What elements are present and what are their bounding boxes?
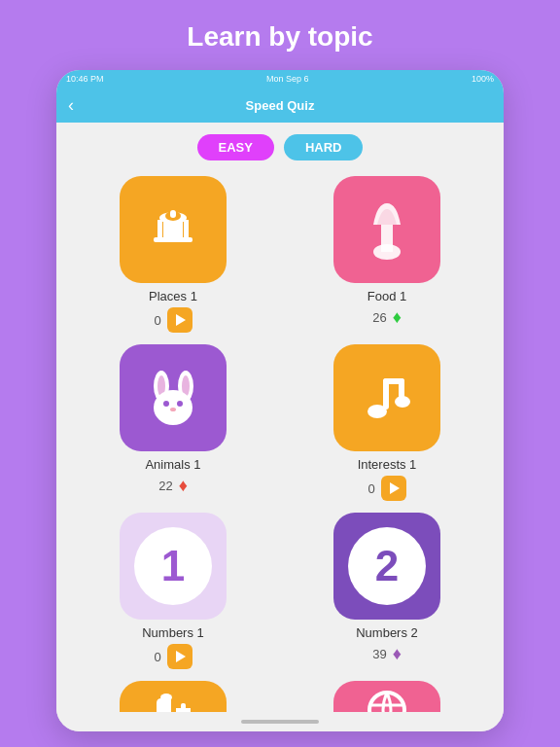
topic-score-row-food1: 26 ♦ xyxy=(372,307,402,328)
topic-item-numbers1: 1 Numbers 1 0 xyxy=(76,513,270,669)
play-btn-numbers1[interactable] xyxy=(167,644,192,669)
topic-item-numbers2: 2 Numbers 2 39 ♦ xyxy=(290,513,484,669)
nav-bar: ‹ Speed Quiz xyxy=(56,88,504,123)
hard-button[interactable]: HARD xyxy=(284,134,364,160)
topic-icon-extra2[interactable] xyxy=(333,681,440,712)
svg-rect-2 xyxy=(184,220,189,237)
topic-label-numbers1: Numbers 1 xyxy=(142,625,204,640)
play-btn-places1[interactable] xyxy=(167,307,192,333)
topic-item-food1: Food 1 26 ♦ xyxy=(290,176,484,333)
topic-score-row-numbers2: 39 ♦ xyxy=(372,644,402,664)
topic-score-row-interests1: 0 xyxy=(368,476,405,501)
svg-rect-1 xyxy=(158,220,162,237)
page-title: Learn by topic xyxy=(187,21,372,53)
topic-score-food1: 26 xyxy=(372,310,386,325)
topic-score-row-numbers1: 0 xyxy=(154,644,192,669)
svg-rect-6 xyxy=(170,210,176,218)
svg-rect-8 xyxy=(381,225,393,252)
gem-animals1: ♦ xyxy=(179,476,188,496)
back-button[interactable]: ‹ xyxy=(68,95,74,116)
svg-rect-0 xyxy=(154,237,192,242)
svg-point-16 xyxy=(170,408,176,411)
topic-item-places1: Places 1 0 xyxy=(76,176,270,333)
topic-item-extra1 xyxy=(76,681,270,712)
topic-icon-interests1[interactable] xyxy=(333,344,440,451)
topics-grid: Places 1 0 Food xyxy=(76,176,484,712)
topic-score-animals1: 22 xyxy=(158,479,172,493)
topic-label-numbers2: Numbers 2 xyxy=(356,625,418,640)
svg-rect-3 xyxy=(163,222,183,237)
bottom-bar xyxy=(56,712,504,731)
topic-item-animals1: Animals 1 22 ♦ xyxy=(76,344,270,501)
topic-item-interests1: Interests 1 0 xyxy=(290,344,484,501)
topic-score-numbers1: 0 xyxy=(154,650,160,664)
status-date: Mon Sep 6 xyxy=(266,74,309,84)
topic-icon-food1[interactable] xyxy=(333,176,440,283)
topic-label-interests1: Interests 1 xyxy=(358,457,417,472)
play-triangle-places1 xyxy=(176,314,186,326)
topic-icon-numbers1[interactable]: 1 xyxy=(120,513,227,620)
svg-rect-23 xyxy=(181,703,186,711)
difficulty-bar: EASY HARD xyxy=(56,123,504,168)
svg-point-14 xyxy=(163,401,169,407)
gem-food1: ♦ xyxy=(393,307,402,328)
topic-score-places1: 0 xyxy=(154,313,160,328)
topic-label-places1: Places 1 xyxy=(149,289,197,303)
topic-score-row-animals1: 22 ♦ xyxy=(158,476,188,496)
nav-title: Speed Quiz xyxy=(246,98,315,113)
scroll-area[interactable]: Places 1 0 Food xyxy=(56,168,504,712)
svg-point-21 xyxy=(395,396,410,408)
device-frame: 10:46 PM Mon Sep 6 100% ‹ Speed Quiz EAS… xyxy=(56,70,504,731)
status-time: 10:46 PM xyxy=(66,74,104,84)
home-indicator xyxy=(241,720,319,724)
topic-icon-extra1[interactable] xyxy=(120,681,227,712)
topic-icon-numbers2[interactable]: 2 xyxy=(333,513,440,620)
topic-icon-animals1[interactable] xyxy=(120,344,227,451)
play-btn-interests1[interactable] xyxy=(381,476,406,501)
play-triangle-interests1 xyxy=(390,482,400,494)
easy-button[interactable]: EASY xyxy=(197,134,274,160)
status-battery: 100% xyxy=(472,74,494,84)
topic-score-numbers2: 39 xyxy=(372,647,386,661)
topic-score-interests1: 0 xyxy=(368,481,374,496)
gem-numbers2: ♦ xyxy=(393,644,402,664)
topic-score-row-places1: 0 xyxy=(154,307,192,333)
status-bar: 10:46 PM Mon Sep 6 100% xyxy=(56,70,504,88)
svg-point-15 xyxy=(177,401,183,407)
svg-point-20 xyxy=(368,405,387,418)
topic-icon-places1[interactable] xyxy=(120,176,227,283)
topic-label-animals1: Animals 1 xyxy=(145,457,200,472)
topic-label-food1: Food 1 xyxy=(368,289,406,303)
svg-point-22 xyxy=(160,694,172,701)
play-triangle-numbers1 xyxy=(176,651,186,662)
topic-item-extra2 xyxy=(290,681,484,712)
